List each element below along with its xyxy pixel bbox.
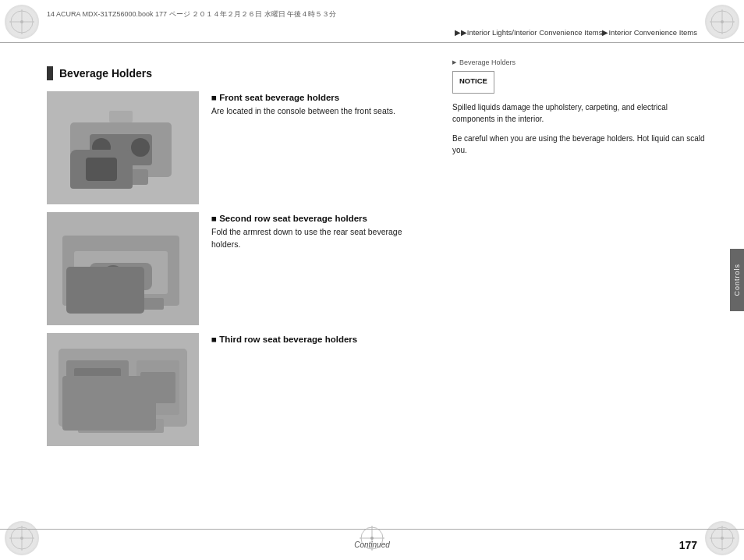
image-second-row [47,212,199,325]
corner-circle-tl [5,5,39,39]
notice-container: NOTICE Spilled liquids damage the uphols… [452,71,705,156]
corner-circle-tr [705,5,739,39]
front-seat-image-svg [47,91,199,204]
svg-rect-25 [94,169,148,185]
second-row-text: Second row seat beverage holders Fold th… [211,212,421,251]
section-title-bar [47,66,53,80]
svg-rect-38 [74,368,121,407]
main-content: Beverage Holders Front seat beverage hol… [0,43,744,529]
second-row-body: Fold the armrest down to use the rear se… [211,226,421,251]
svg-point-31 [102,265,124,287]
footer-page: 177 [679,539,697,551]
section-title: Beverage Holders [47,66,421,80]
svg-rect-29 [74,251,168,294]
svg-rect-39 [140,372,175,403]
third-row-heading: Third row seat beverage holders [211,335,421,344]
right-column: Beverage Holders NOTICE Spilled liquids … [437,43,744,529]
content-row-front: Front seat beverage holders Are located … [47,91,421,204]
header-nav: ▶▶Interior Lights/Interior Convenience I… [455,28,697,37]
notice-box: NOTICE [452,71,494,94]
front-seat-text: Front seat beverage holders Are located … [211,91,421,118]
section-title-text: Beverage Holders [59,67,152,80]
second-row-image-svg [47,212,199,325]
front-seat-heading: Front seat beverage holders [211,93,421,102]
svg-rect-26 [109,111,133,122]
front-seat-body: Are located in the console between the f… [211,105,421,118]
file-info: 14 ACURA MDX-31TZ56000.book 177 ページ ２０１４… [47,9,336,19]
svg-rect-30 [90,263,152,290]
third-row-text: Third row seat beverage holders [211,333,421,347]
notice-text1: Spilled liquids damage the upholstery, c… [452,101,705,125]
right-section-label: Beverage Holders [452,58,705,66]
svg-point-23 [92,138,111,157]
third-row-image-svg [47,333,199,446]
second-row-heading: Second row seat beverage holders [211,214,421,223]
footer: Continued 177 [0,529,744,560]
image-third-row [47,333,199,446]
footer-continued: Continued [354,541,390,549]
content-row-second: Second row seat beverage holders Fold th… [47,212,421,325]
left-column: Beverage Holders Front seat beverage hol… [0,43,437,529]
svg-rect-40 [78,419,164,433]
notice-label: NOTICE [459,76,487,85]
controls-tab: Controls [730,249,744,311]
content-row-third: Third row seat beverage holders [47,333,421,446]
header-bar: 14 ACURA MDX-31TZ56000.book 177 ページ ２０１４… [0,0,744,43]
svg-rect-21 [70,122,172,177]
controls-tab-text: Controls [733,264,741,296]
svg-rect-33 [78,298,164,310]
svg-point-32 [129,268,144,284]
svg-point-24 [131,138,150,157]
image-front-seat [47,91,199,204]
notice-text2: Be careful when you are using the bevera… [452,133,705,156]
